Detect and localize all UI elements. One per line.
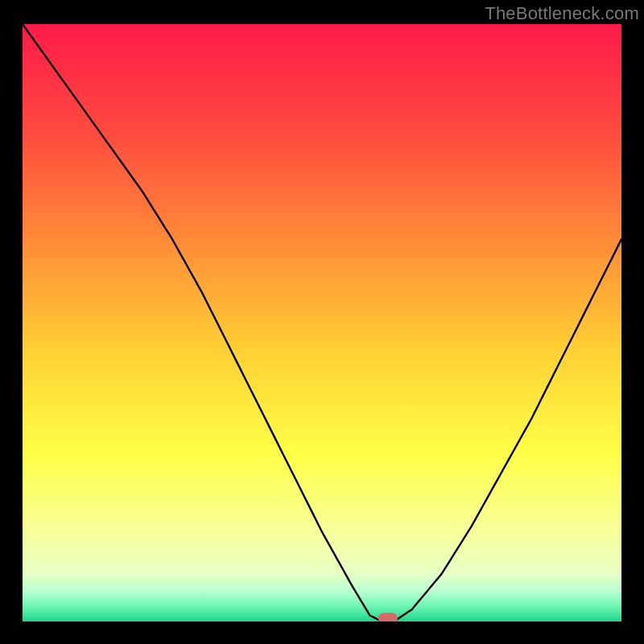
chart-svg <box>23 24 621 621</box>
attribution-label: TheBottleneck.com <box>485 3 639 24</box>
plot-area <box>23 24 621 621</box>
optimal-marker <box>378 613 398 621</box>
chart-frame: TheBottleneck.com <box>0 0 644 644</box>
